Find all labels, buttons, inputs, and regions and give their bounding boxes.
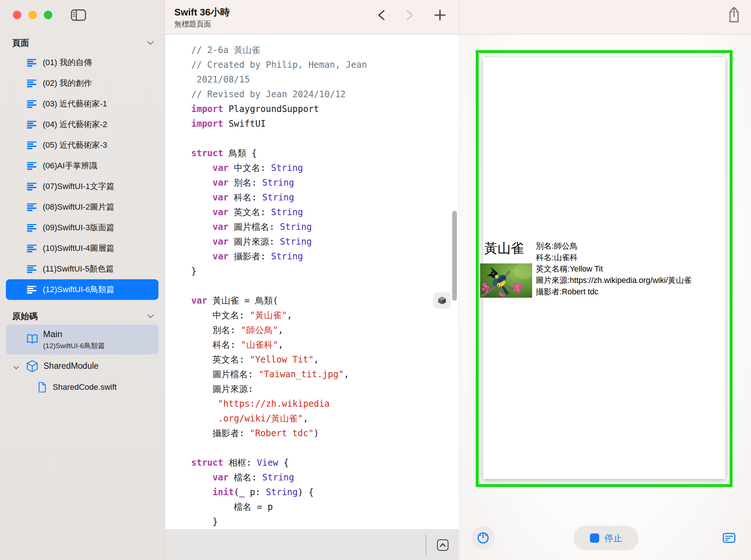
page-item-label: (05) 近代藝術家-3 <box>43 140 107 151</box>
bottom-bar-divider <box>426 535 426 555</box>
main-item-subtitle: (12)SwiftUI-6鳥類篇 <box>43 341 105 351</box>
page-item-label: (08)SwiftUI-2圖片篇 <box>43 202 114 213</box>
gauge-icon[interactable] <box>471 526 495 550</box>
code-line: 英文名: "Yellow Tit", <box>191 352 367 367</box>
page-item-label: (04) 近代藝術家-2 <box>43 119 107 130</box>
code-line: 中文名: "黃山雀", <box>191 308 367 323</box>
bird-name-title: 黃山雀 <box>484 239 524 258</box>
page-item-label: (02) 我的創作 <box>43 78 92 89</box>
text-lines-icon <box>27 265 36 273</box>
code-line <box>191 131 367 146</box>
page-item-label: (10)SwiftUI-4圖層篇 <box>43 243 114 254</box>
code-line: // Revised by Jean 2024/10/12 <box>191 87 367 102</box>
page-item-label: (09)SwiftUI-3版面篇 <box>43 222 114 233</box>
chevron-down-icon[interactable] <box>13 364 19 371</box>
sidebar-item-page[interactable]: (07)SwiftUI-1文字篇 <box>6 176 158 197</box>
text-lines-icon <box>27 100 36 108</box>
cube-outline-icon <box>27 360 38 374</box>
code-line: 別名: "師公鳥", <box>191 323 367 337</box>
code-line: .org/wiki/黃山雀", <box>191 411 367 426</box>
chevron-down-icon[interactable] <box>147 41 154 45</box>
code-line: 圖片檔名: "Taiwan_tit.jpg", <box>191 367 367 382</box>
page-subtitle: 無標題頁面 <box>174 19 211 29</box>
playgrounds-window: 頁面 (01) 我的自傳(02) 我的創作(03) 近代藝術家-1(04) 近代… <box>0 0 751 560</box>
sidebar-item-page[interactable]: (08)SwiftUI-2圖片篇 <box>6 197 158 217</box>
code-line: } <box>191 264 367 279</box>
window-controls <box>13 11 52 19</box>
stop-button-label: 停止 <box>605 532 622 544</box>
code-line: "https://zh.wikipedia <box>191 396 367 411</box>
sidebar-item-page[interactable]: (10)SwiftUI-4圖層篇 <box>6 238 158 259</box>
text-lines-icon <box>27 203 36 211</box>
editor-bottom-bar <box>165 529 459 560</box>
page-item-label: (01) 我的自傳 <box>43 57 92 68</box>
editor-scrollbar[interactable] <box>452 211 457 301</box>
bird-info-block: 別名:師公鳥科名:山雀科英文名稱:Yellow Tit圖片來源:https://… <box>536 241 692 298</box>
code-line: struct 鳥類 { <box>191 146 367 161</box>
code-line: 科名: "山雀科", <box>191 337 367 352</box>
sidebar-item-page[interactable]: (02) 我的創作 <box>6 73 158 94</box>
text-lines-icon <box>27 286 36 294</box>
add-page-button[interactable] <box>434 9 446 22</box>
page-item-label: (03) 近代藝術家-1 <box>43 98 107 109</box>
sidebar-item-page[interactable]: (11)SwiftUI-5顏色篇 <box>6 259 158 279</box>
stop-button[interactable]: 停止 <box>573 526 639 550</box>
code-line <box>191 279 367 293</box>
code-text: // 2-6a 黃山雀// Created by Philip, Heman, … <box>191 43 367 529</box>
code-line: 圖片來源: <box>191 382 367 396</box>
stop-icon <box>590 533 599 543</box>
chevron-down-icon[interactable] <box>147 314 154 318</box>
code-line: var 檔名: String <box>191 470 367 485</box>
code-line: var 攝影者: String <box>191 249 367 264</box>
text-lines-icon <box>27 245 36 252</box>
code-line: 2021/08/15 <box>191 72 367 87</box>
bird-info-line: 圖片來源:https://zh.wikipedia.org/wiki/黃山雀 <box>536 275 692 286</box>
title-bar: Swift 36小時 無標題頁面 <box>165 0 751 34</box>
page-item-label: (06)AI手掌辨識 <box>43 160 97 171</box>
header-divider <box>459 0 459 34</box>
sidebar-item-page[interactable]: (01) 我的自傳 <box>6 52 158 73</box>
sidebar-toggle-icon[interactable] <box>71 9 86 21</box>
bird-photo <box>480 263 532 298</box>
page-item-label: (11)SwiftUI-5顏色篇 <box>43 263 114 274</box>
document-title: Swift 36小時 <box>174 6 230 19</box>
sidebar-item-page[interactable]: (05) 近代藝術家-3 <box>6 135 158 155</box>
code-line: struct 相框: View { <box>191 455 367 470</box>
forward-button[interactable] <box>405 9 415 22</box>
code-line: init(_ p: String) { <box>191 485 367 500</box>
file-icon <box>38 382 46 394</box>
sidebar-item-main[interactable]: Main (12)SwiftUI-6鳥類篇 <box>6 325 158 354</box>
code-editor[interactable]: // 2-6a 黃山雀// Created by Philip, Heman, … <box>165 35 459 529</box>
pages-section-title: 頁面 <box>12 37 29 49</box>
sidebar-item-page[interactable]: (09)SwiftUI-3版面篇 <box>6 217 158 238</box>
sidebar-item-sharedcode[interactable]: SharedCode.swift <box>0 379 165 396</box>
sidebar-item-page[interactable]: (12)SwiftUI-6鳥類篇 <box>6 279 158 300</box>
sidebar-item-page[interactable]: (04) 近代藝術家-2 <box>6 114 158 135</box>
close-window-button[interactable] <box>13 11 21 19</box>
text-lines-icon <box>27 80 36 87</box>
sidebar-item-page[interactable]: (03) 近代藝術家-1 <box>6 94 158 114</box>
sidebar-item-page[interactable]: (06)AI手掌辨識 <box>6 155 158 176</box>
zoom-window-button[interactable] <box>44 11 52 19</box>
code-line: 檔名 = p <box>191 500 367 514</box>
text-lines-icon <box>27 224 36 232</box>
minimize-window-button[interactable] <box>28 11 37 19</box>
code-line: var 圖片來源: String <box>191 234 367 249</box>
main-item-title: Main <box>43 329 62 339</box>
code-line: var 黃山雀 = 鳥類( <box>191 293 367 308</box>
code-line: var 科名: String <box>191 190 367 205</box>
share-icon[interactable] <box>727 6 741 24</box>
book-icon <box>27 334 38 346</box>
dismiss-chevron-icon[interactable] <box>437 539 448 551</box>
code-line: 攝影者: "Robert tdc") <box>191 426 367 441</box>
back-button[interactable] <box>377 9 386 22</box>
page-item-label: (12)SwiftUI-6鳥類篇 <box>43 284 114 295</box>
sidebar-item-sharedmodule[interactable]: SharedModule <box>0 358 165 375</box>
code-line: var 圖片檔名: String <box>191 220 367 234</box>
inline-result-cube-icon[interactable] <box>433 292 451 309</box>
file-item-label: SharedCode.swift <box>53 382 117 392</box>
log-icon[interactable] <box>717 526 740 549</box>
bird-info-line: 英文名稱:Yellow Tit <box>536 263 692 275</box>
live-preview-pane: 黃山雀 <box>459 35 751 560</box>
code-line: var 英文名: String <box>191 205 367 220</box>
